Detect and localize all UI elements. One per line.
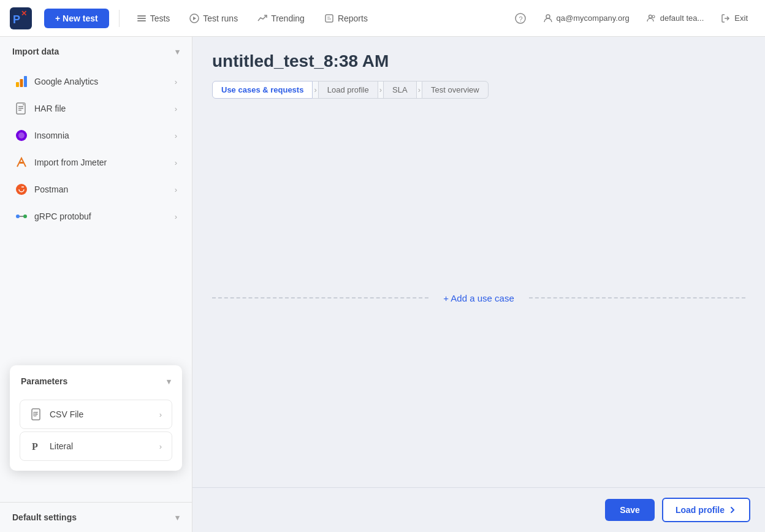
jmeter-chevron: › bbox=[175, 158, 177, 167]
test-title: untitled_test_8:38 AM bbox=[212, 51, 745, 71]
svg-rect-17 bbox=[18, 106, 23, 107]
svg-rect-30 bbox=[34, 412, 38, 412]
svg-text:P: P bbox=[13, 13, 21, 26]
load-profile-button[interactable]: Load profile bbox=[662, 498, 750, 522]
sidebar-item-insomnia[interactable]: Insomnia › bbox=[7, 123, 185, 148]
params-item-csv[interactable]: CSV File › bbox=[20, 400, 172, 429]
dashed-line-left bbox=[212, 297, 428, 298]
nav-user[interactable]: qa@mycompany.org bbox=[536, 9, 637, 28]
grpc-chevron: › bbox=[175, 212, 177, 221]
save-button[interactable]: Save bbox=[605, 499, 655, 521]
svg-rect-13 bbox=[16, 82, 19, 87]
breadcrumb-test-overview[interactable]: Test overview bbox=[422, 81, 489, 99]
nav-help[interactable]: ? bbox=[508, 8, 533, 29]
import-data-section[interactable]: Import data ▾ bbox=[0, 37, 192, 66]
sidebar-item-google-analytics[interactable]: Google Analytics › bbox=[7, 69, 185, 94]
user-icon bbox=[543, 13, 553, 23]
breadcrumb-load-profile[interactable]: Load profile bbox=[318, 81, 378, 99]
svg-point-11 bbox=[649, 15, 652, 18]
svg-rect-18 bbox=[18, 108, 23, 109]
nav-team[interactable]: default tea... bbox=[639, 9, 712, 28]
svg-rect-19 bbox=[18, 110, 21, 111]
svg-rect-31 bbox=[34, 414, 38, 414]
parameters-popup: Parameters ▾ bbox=[10, 365, 182, 471]
parameters-header[interactable]: Parameters ▾ bbox=[10, 368, 182, 395]
svg-point-10 bbox=[546, 15, 550, 18]
grpc-icon bbox=[15, 210, 28, 223]
svg-point-22 bbox=[18, 132, 25, 139]
insomnia-chevron: › bbox=[175, 131, 177, 140]
params-chevron: ▾ bbox=[167, 377, 171, 386]
jmeter-icon bbox=[15, 156, 28, 169]
csv-chevron: › bbox=[159, 410, 162, 419]
nav-reports[interactable]: Reports bbox=[317, 9, 375, 28]
main-layout: Import data ▾ Google Analytics › bbox=[0, 37, 765, 532]
har-file-chevron: › bbox=[175, 104, 177, 113]
svg-rect-14 bbox=[20, 79, 23, 87]
postman-icon bbox=[15, 183, 28, 196]
breadcrumb-sep-3: › bbox=[417, 81, 422, 99]
svg-text:✕: ✕ bbox=[21, 9, 28, 18]
sidebar: Import data ▾ Google Analytics › bbox=[0, 37, 192, 532]
nav-test-runs[interactable]: Test runs bbox=[182, 9, 245, 28]
breadcrumb-use-cases[interactable]: Use cases & requests bbox=[212, 81, 313, 99]
svg-point-12 bbox=[652, 15, 655, 18]
svg-point-24 bbox=[16, 184, 27, 195]
default-settings-section[interactable]: Default settings ▾ bbox=[0, 502, 192, 532]
svg-rect-23 bbox=[20, 162, 23, 164]
breadcrumb-sep-1: › bbox=[313, 81, 318, 99]
svg-text:P: P bbox=[32, 441, 38, 452]
google-analytics-chevron: › bbox=[175, 77, 177, 86]
svg-rect-3 bbox=[137, 15, 146, 17]
team-icon bbox=[647, 13, 657, 23]
nav-separator bbox=[119, 10, 120, 27]
reports-icon bbox=[324, 13, 334, 23]
breadcrumb-sep-2: › bbox=[378, 81, 383, 99]
main-footer: Save Load profile bbox=[192, 487, 765, 532]
tests-icon bbox=[137, 13, 147, 23]
svg-point-26 bbox=[16, 215, 20, 218]
load-profile-chevron-icon bbox=[728, 506, 737, 514]
svg-rect-7 bbox=[325, 15, 333, 22]
svg-text:?: ? bbox=[519, 15, 522, 23]
sidebar-item-postman[interactable]: Postman › bbox=[7, 177, 185, 202]
insomnia-icon bbox=[15, 129, 28, 142]
svg-rect-15 bbox=[24, 76, 27, 87]
svg-rect-32 bbox=[34, 416, 36, 416]
nav-trending[interactable]: Trending bbox=[250, 9, 312, 28]
nav-tests[interactable]: Tests bbox=[129, 9, 178, 28]
postman-chevron: › bbox=[175, 185, 177, 194]
analytics-icon bbox=[15, 75, 28, 88]
default-settings-chevron: ▾ bbox=[175, 513, 180, 522]
sidebar-item-har-file[interactable]: HAR file › bbox=[7, 96, 185, 121]
exit-icon bbox=[721, 13, 731, 23]
logo[interactable]: P ✕ bbox=[10, 7, 32, 29]
sidebar-bottom: Default settings ▾ bbox=[0, 502, 192, 532]
nav-right: ? qa@mycompany.org default tea... Exit bbox=[508, 8, 755, 29]
svg-rect-20 bbox=[23, 103, 25, 105]
nav-exit[interactable]: Exit bbox=[714, 9, 755, 28]
sidebar-item-grpc[interactable]: gRPC protobuf › bbox=[7, 203, 185, 229]
csv-icon bbox=[30, 408, 44, 421]
trending-icon bbox=[257, 13, 267, 23]
main-header: untitled_test_8:38 AM Use cases & reques… bbox=[192, 37, 765, 108]
har-icon bbox=[15, 102, 28, 115]
add-use-case-button[interactable]: + Add a use case bbox=[428, 286, 529, 311]
add-use-case-row: + Add a use case bbox=[192, 286, 765, 311]
svg-rect-5 bbox=[137, 20, 146, 21]
main-body: + Add a use case bbox=[192, 108, 765, 487]
svg-rect-4 bbox=[137, 18, 146, 19]
svg-point-27 bbox=[23, 215, 27, 218]
pflb-logo-icon: P ✕ bbox=[10, 7, 32, 29]
sidebar-items-list: Google Analytics › bbox=[0, 66, 192, 233]
params-item-literal[interactable]: P Literal › bbox=[20, 431, 172, 461]
help-icon: ? bbox=[515, 13, 526, 24]
test-runs-icon bbox=[189, 13, 199, 23]
main-content: untitled_test_8:38 AM Use cases & reques… bbox=[192, 37, 765, 532]
breadcrumb-sla[interactable]: SLA bbox=[383, 81, 417, 99]
breadcrumb: Use cases & requests › Load profile › SL… bbox=[212, 81, 745, 99]
import-data-chevron: ▾ bbox=[175, 47, 180, 56]
top-navigation: P ✕ + New test Tests Test runs Trending bbox=[0, 0, 765, 37]
new-test-button[interactable]: + New test bbox=[44, 9, 109, 28]
sidebar-item-jmeter[interactable]: Import from Jmeter › bbox=[7, 150, 185, 175]
